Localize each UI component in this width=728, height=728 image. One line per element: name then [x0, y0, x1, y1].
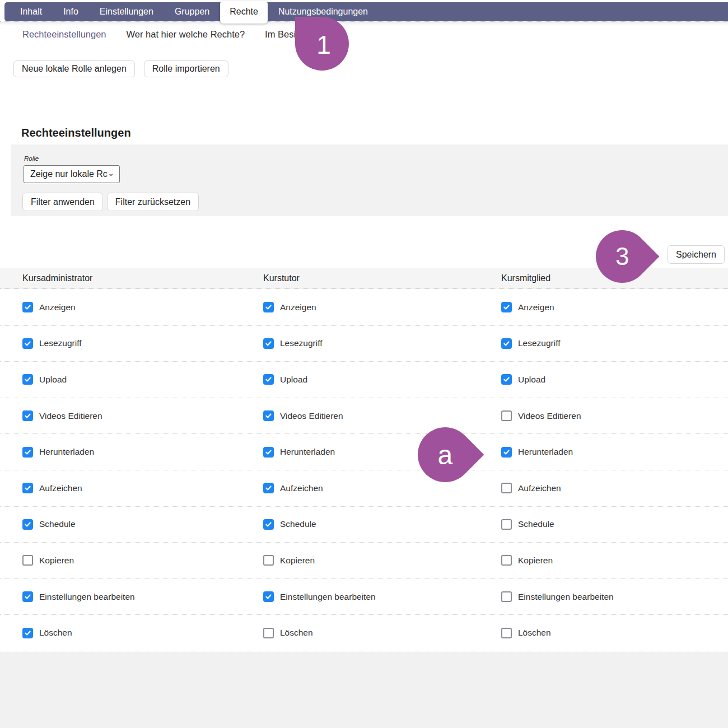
subnav-item-rechteeinstellungen[interactable]: Rechteeinstellungen	[22, 29, 106, 40]
nav-tab-info[interactable]: Info	[53, 2, 89, 21]
role-select[interactable]: Zeige nur lokale Rc ⌄	[24, 165, 120, 183]
permission-cell-kursmitglied-lesezugriff: Lesezugriff	[501, 326, 561, 362]
role-actions: Neue lokale Rolle anlegenRolle importier…	[13, 60, 228, 77]
permission-cell-kurstutor-einstellungen-bearbeiten: Einstellungen bearbeiten	[263, 579, 376, 615]
permission-checkbox[interactable]	[22, 519, 33, 530]
nav-tab-einstellungen[interactable]: Einstellungen	[89, 2, 164, 21]
permission-cell-kursmitglied-herunterladen: Herunterladen	[501, 434, 573, 470]
permission-label: Einstellungen bearbeiten	[518, 592, 614, 602]
rolle-importieren-button[interactable]: Rolle importieren	[144, 60, 228, 77]
table-row: HerunterladenHerunterladenHerunterladen	[0, 434, 728, 470]
permission-cell-kursadministrator-herunterladen: Herunterladen	[22, 434, 94, 470]
permission-checkbox[interactable]	[263, 374, 274, 385]
permission-checkbox[interactable]	[263, 555, 274, 566]
table-row: LöschenLöschenLöschen	[0, 615, 728, 651]
permission-checkbox[interactable]	[263, 338, 274, 349]
permission-cell-kursadministrator-einstellungen-bearbeiten: Einstellungen bearbeiten	[22, 579, 135, 615]
apply-filter-button[interactable]: Filter anwenden	[22, 193, 103, 211]
permission-checkbox[interactable]	[501, 519, 512, 530]
nav-tab-gruppen[interactable]: Gruppen	[164, 2, 220, 21]
permission-label: Löschen	[39, 628, 72, 638]
permission-label: Herunterladen	[280, 447, 335, 457]
permission-cell-kursmitglied-kopieren: Kopieren	[501, 543, 553, 578]
permission-checkbox[interactable]	[263, 519, 274, 530]
permission-cell-kurstutor-upload: Upload	[263, 362, 307, 398]
permission-checkbox[interactable]	[263, 591, 274, 602]
permission-label: Schedule	[518, 519, 554, 529]
permission-label: Kopieren	[518, 556, 553, 566]
permission-cell-kursadministrator-upload: Upload	[22, 362, 67, 398]
column-header-kursmitglied: Kursmitglied	[501, 268, 550, 289]
nav-divider	[0, 21, 728, 26]
page-title: Rechteeinstellungen	[21, 127, 131, 139]
permission-label: Upload	[39, 375, 67, 385]
permission-cell-kurstutor-herunterladen: Herunterladen	[263, 434, 335, 470]
permission-label: Upload	[280, 375, 307, 385]
permission-checkbox[interactable]	[501, 374, 512, 385]
permission-cell-kurstutor-anzeigen: Anzeigen	[263, 290, 316, 325]
table-row: AnzeigenAnzeigenAnzeigen	[0, 290, 728, 326]
permission-checkbox[interactable]	[501, 555, 512, 566]
permission-cell-kursadministrator-kopieren: Kopieren	[22, 543, 74, 578]
permission-cell-kursadministrator-aufzeichen: Aufzeichen	[22, 470, 82, 506]
permission-checkbox[interactable]	[22, 628, 33, 638]
permission-checkbox[interactable]	[501, 628, 512, 638]
permission-checkbox[interactable]	[263, 628, 274, 638]
column-header-kurstutor: Kurstutor	[263, 268, 300, 289]
filter-panel: Rolle Zeige nur lokale Rc ⌄ Filter anwen…	[11, 144, 728, 216]
permission-label: Aufzeichen	[39, 483, 82, 493]
permission-checkbox[interactable]	[501, 591, 512, 602]
permission-label: Videos Editieren	[39, 411, 102, 421]
table-row: KopierenKopierenKopieren	[0, 543, 728, 579]
permission-checkbox[interactable]	[22, 555, 33, 566]
permission-cell-kursmitglied-anzeigen: Anzeigen	[501, 290, 554, 325]
permission-cell-kursmitglied-upload: Upload	[501, 362, 545, 398]
permission-checkbox[interactable]	[22, 374, 33, 385]
table-row: ScheduleScheduleSchedule	[0, 507, 728, 543]
table-row: Einstellungen bearbeitenEinstellungen be…	[0, 579, 728, 615]
permission-label: Kopieren	[39, 556, 74, 566]
permission-checkbox[interactable]	[501, 302, 512, 312]
top-nav: InhaltInfoEinstellungenGruppenRechteNutz…	[4, 2, 728, 21]
permission-checkbox[interactable]	[22, 338, 33, 349]
permission-label: Herunterladen	[518, 447, 573, 457]
permission-checkbox[interactable]	[263, 447, 274, 458]
permission-label: Löschen	[518, 628, 551, 638]
permission-checkbox[interactable]	[22, 483, 33, 493]
permission-cell-kurstutor-videos-editieren: Videos Editieren	[263, 398, 343, 434]
permission-checkbox[interactable]	[501, 338, 512, 349]
permission-label: Lesezugriff	[39, 338, 82, 348]
permission-checkbox[interactable]	[501, 447, 512, 458]
save-button[interactable]: Speichern	[668, 245, 725, 264]
permission-checkbox[interactable]	[22, 410, 33, 421]
permission-checkbox[interactable]	[22, 591, 33, 602]
permission-cell-kursadministrator-videos-editieren: Videos Editieren	[22, 398, 102, 434]
page: InhaltInfoEinstellungenGruppenRechteNutz…	[0, 0, 728, 728]
permission-checkbox[interactable]	[263, 483, 274, 493]
permission-checkbox[interactable]	[22, 447, 33, 458]
permission-checkbox[interactable]	[263, 302, 274, 312]
permission-cell-kursadministrator-lesezugriff: Lesezugriff	[22, 326, 82, 362]
filter-buttons: Filter anwenden Filter zurücksetzen	[22, 193, 199, 211]
neue-lokale-rolle-anlegen-button[interactable]: Neue lokale Rolle anlegen	[13, 60, 135, 77]
reset-filter-button[interactable]: Filter zurücksetzen	[107, 193, 199, 211]
column-header-kursadministrator: Kursadministrator	[22, 268, 92, 289]
permission-checkbox[interactable]	[22, 302, 33, 312]
annotation-balloon-1: 1	[295, 17, 349, 71]
permission-label: Videos Editieren	[518, 411, 581, 421]
chevron-down-icon: ⌄	[108, 169, 114, 177]
subnav-item-wer-hat-hier-welche-rechte[interactable]: Wer hat hier welche Rechte?	[127, 29, 245, 40]
permission-checkbox[interactable]	[263, 410, 274, 421]
permission-checkbox[interactable]	[501, 410, 512, 421]
annotation-label: 3	[615, 242, 629, 270]
permission-label: Lesezugriff	[280, 338, 323, 348]
permission-label: Kopieren	[280, 556, 315, 566]
sub-nav: RechteeinstellungenWer hat hier welche R…	[22, 29, 303, 40]
annotation-label: 1	[316, 30, 331, 60]
nav-tab-rechte[interactable]: Rechte	[220, 1, 268, 24]
permission-label: Anzeigen	[39, 302, 76, 312]
permission-label: Schedule	[280, 519, 316, 529]
permission-checkbox[interactable]	[501, 483, 512, 493]
permissions-table-body: AnzeigenAnzeigenAnzeigenLesezugriffLesez…	[0, 290, 728, 651]
nav-tab-inhalt[interactable]: Inhalt	[10, 2, 53, 21]
